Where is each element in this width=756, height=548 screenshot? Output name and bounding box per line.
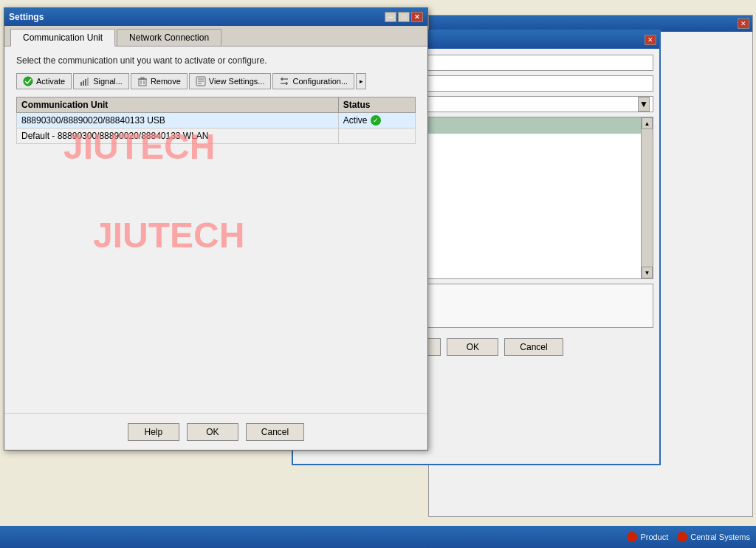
- svg-rect-1: [80, 82, 82, 86]
- watermark-2: JIUTECH: [93, 215, 244, 256]
- secondary-ok-button[interactable]: OK: [447, 338, 498, 356]
- activate-icon: [23, 76, 33, 86]
- table-row[interactable]: Default - 88890300/88890020/88840133 WLA…: [17, 129, 416, 144]
- central-systems-label: Central Systems: [690, 532, 750, 541]
- view-settings-icon: [196, 76, 206, 86]
- table-cell-unit-1: 88890300/88890020/88840133 USB: [17, 113, 339, 129]
- secondary-cancel-button[interactable]: Cancel: [504, 338, 563, 356]
- active-check-icon: ✓: [371, 115, 381, 126]
- description-text: Select the communication unit you want t…: [16, 55, 416, 66]
- product-icon: [627, 532, 637, 542]
- cancel-button[interactable]: Cancel: [246, 423, 304, 441]
- taskbar-product: Product: [627, 532, 668, 542]
- table-cell-unit-2: Default - 88890300/88890020/88840133 WLA…: [17, 129, 339, 144]
- taskbar-central-systems: Central Systems: [677, 532, 750, 542]
- settings-content: Select the communication unit you want t…: [4, 47, 427, 422]
- configuration-button[interactable]: Configuration...: [272, 73, 354, 89]
- minimize-btn[interactable]: ─: [385, 12, 396, 22]
- help-button[interactable]: Help: [128, 423, 179, 441]
- table-row[interactable]: 88890300/88890020/88840133 USB Active ✓: [17, 113, 416, 129]
- table-cell-status-2: [338, 129, 415, 144]
- tab-bar: Communication Unit Network Connection: [4, 26, 427, 47]
- communication-unit-table: Communication Unit Status 88890300/88890…: [16, 97, 416, 144]
- restore-btn[interactable]: □: [398, 12, 410, 22]
- remove-button[interactable]: Remove: [131, 73, 188, 89]
- settings-footer: Help OK Cancel: [4, 413, 427, 450]
- secondary-scrollbar[interactable]: ▲ ▼: [641, 117, 653, 278]
- toolbar: Activate Signal...: [16, 73, 416, 89]
- svg-rect-5: [139, 79, 146, 86]
- taskbar: Product Central Systems: [0, 526, 756, 548]
- svg-rect-4: [87, 78, 89, 86]
- tab-communication-unit[interactable]: Communication Unit: [10, 29, 115, 47]
- toolbar-more-button[interactable]: ▸: [356, 73, 366, 89]
- table-header-status: Status: [338, 97, 415, 113]
- remove-icon: [137, 76, 148, 86]
- ok-button[interactable]: OK: [187, 423, 238, 441]
- signal-icon: [80, 76, 90, 86]
- settings-title: Settings: [9, 12, 44, 22]
- bg-window-close-btn[interactable]: ✕: [738, 18, 749, 29]
- table-header-unit: Communication Unit: [17, 97, 339, 113]
- configuration-icon: [279, 76, 289, 86]
- dropdown-arrow-icon[interactable]: ▼: [638, 97, 650, 112]
- settings-dialog: Settings ─ □ ✕ Communication Unit Networ…: [4, 7, 428, 451]
- secondary-dialog-close-btn[interactable]: ✕: [645, 35, 656, 45]
- scroll-down-btn[interactable]: ▼: [642, 267, 653, 278]
- tab-network-connection[interactable]: Network Connection: [117, 29, 221, 46]
- svg-rect-2: [83, 81, 84, 86]
- view-settings-button[interactable]: View Settings...: [189, 73, 272, 89]
- table-cell-status-1: Active ✓: [338, 113, 415, 129]
- scroll-up-btn[interactable]: ▲: [642, 117, 653, 129]
- status-active-indicator: Active ✓: [343, 115, 410, 126]
- svg-rect-3: [85, 79, 86, 86]
- product-label: Product: [640, 532, 668, 541]
- signal-button[interactable]: Signal...: [73, 73, 129, 89]
- svg-point-0: [24, 77, 32, 86]
- titlebar-buttons: ─ □ ✕: [385, 12, 423, 22]
- central-systems-icon: [677, 532, 687, 542]
- activate-button[interactable]: Activate: [16, 73, 72, 89]
- close-btn[interactable]: ✕: [411, 12, 423, 22]
- settings-titlebar: Settings ─ □ ✕: [4, 8, 427, 26]
